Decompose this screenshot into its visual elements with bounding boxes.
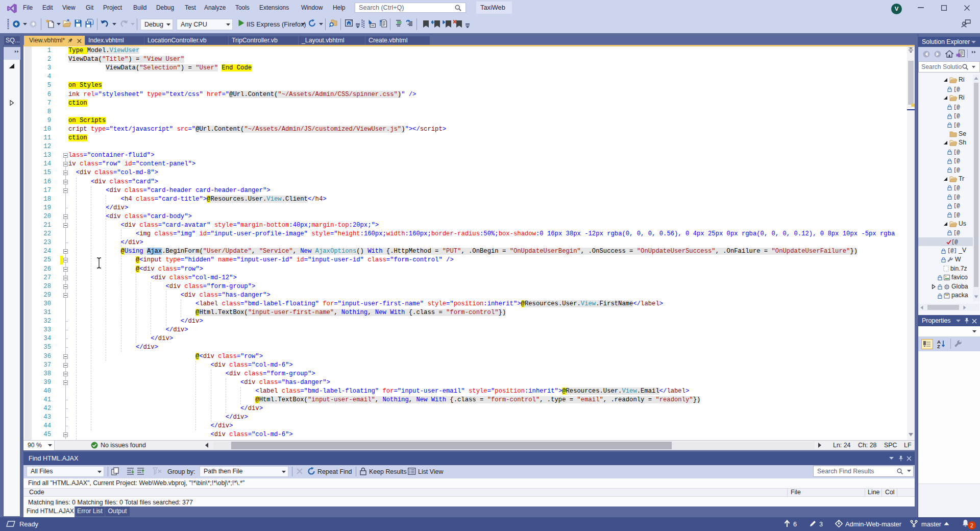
svg-text:Z: Z [937, 344, 940, 348]
